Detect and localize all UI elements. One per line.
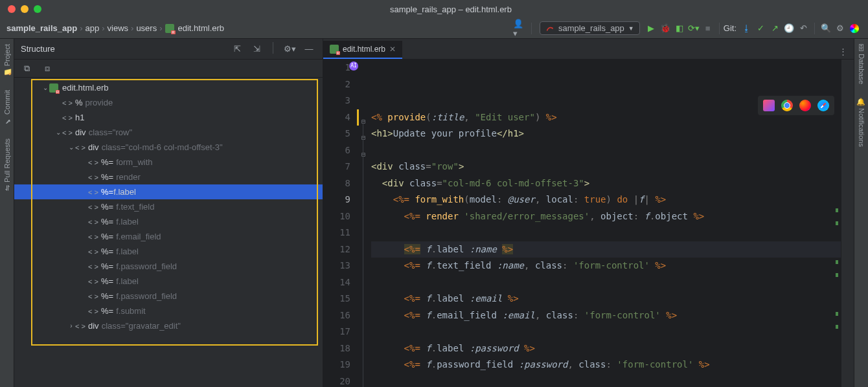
tree-node[interactable]: < >h1	[14, 110, 323, 125]
git-update-button[interactable]: ⭳	[739, 21, 753, 36]
rollback-button[interactable]: ↶	[796, 21, 810, 36]
chevron-right-icon[interactable]: ›	[67, 322, 75, 329]
chevron-right-icon: ›	[102, 23, 104, 33]
tag-icon: < >	[88, 307, 98, 315]
tree-node[interactable]: < >%= f.label	[14, 274, 323, 289]
change-marker	[357, 109, 359, 126]
structure-panel-header: Structure ⇱ ⇲ ⚙▾ —	[14, 39, 323, 60]
chevron-down-icon[interactable]: ⌄	[54, 129, 62, 136]
tree-node[interactable]: < >%= f.password_field	[14, 289, 323, 304]
tag-icon: < >	[88, 159, 98, 166]
code-editor[interactable]: 1AI234567891011121314151617181920 ⊟⊟⊟ <%…	[323, 60, 854, 387]
git-commit-button[interactable]: ✓	[753, 21, 768, 36]
search-button[interactable]: 🔍	[819, 21, 833, 36]
debug-button[interactable]: 🐞	[658, 21, 672, 36]
run-config-label: sample_rails_app	[558, 23, 624, 33]
fold-toggle-icon[interactable]: ⊟	[360, 113, 367, 130]
tree-node[interactable]: ⌄< >divclass="row"	[14, 125, 323, 140]
tag-icon: < >	[62, 114, 73, 122]
editor-tab-active[interactable]: edit.html.erb ✕	[323, 41, 402, 59]
ai-assistant-icon[interactable]: AI	[349, 61, 358, 71]
tree-node[interactable]: < >%= f.label	[14, 184, 323, 199]
close-tab-button[interactable]: ✕	[389, 45, 396, 54]
erb-file-icon	[330, 45, 339, 54]
project-tool-tab[interactable]: 📁Project	[3, 44, 11, 77]
chrome-icon[interactable]	[781, 100, 793, 111]
hide-panel-button[interactable]: —	[302, 42, 316, 56]
settings-button[interactable]: ⚙	[833, 21, 847, 36]
tree-node[interactable]: < >% provide	[14, 95, 323, 110]
close-window-button[interactable]	[8, 5, 16, 13]
tag-icon: < >	[88, 203, 98, 211]
commit-tool-tab[interactable]: ✔Commit	[3, 90, 11, 126]
tab-label: edit.html.erb	[343, 45, 385, 54]
coverage-button[interactable]: ◧	[672, 21, 687, 36]
user-icon[interactable]: 👤▾	[513, 21, 527, 36]
tree-node[interactable]: < >%= f.submit	[14, 304, 323, 318]
tag-icon: < >	[62, 129, 73, 137]
chevron-right-icon: ›	[80, 23, 82, 33]
history-button[interactable]: 🕘	[782, 21, 796, 36]
separator	[719, 23, 720, 34]
expand-all-icon[interactable]: ⇱	[230, 42, 244, 56]
tab-options-button[interactable]: ⋮	[832, 44, 854, 59]
structure-tree[interactable]: ⌄edit.html.erb< >% provide< >h1⌄< >divcl…	[14, 78, 323, 387]
separator	[814, 23, 815, 34]
profile-button[interactable]: ⟳▾	[687, 21, 701, 36]
tag-icon: < >	[75, 144, 86, 151]
tag-icon: < >	[88, 233, 98, 241]
window-title: sample_rails_app – edit.html.erb	[41, 5, 860, 14]
tag-icon: < >	[88, 248, 98, 256]
scroll-from-source-icon[interactable]: ⧈	[40, 61, 54, 76]
scroll-to-source-icon[interactable]: ⧉	[19, 61, 34, 76]
breadcrumb-item[interactable]: views	[108, 23, 129, 33]
tree-node[interactable]: < >%= f.label	[14, 244, 323, 259]
safari-icon[interactable]	[817, 100, 829, 111]
tree-node[interactable]: < >%= f.text_field	[14, 199, 323, 214]
tag-icon: < >	[88, 218, 98, 226]
tree-node[interactable]: < >%= f.email_field	[14, 229, 323, 244]
minimize-window-button[interactable]	[21, 5, 29, 13]
editor-area: edit.html.erb ✕ ⋮ 1AI2345678910111213141…	[323, 39, 854, 387]
chevron-down-icon[interactable]: ⌄	[41, 84, 49, 91]
run-configuration-selector[interactable]: sample_rails_app ▼	[540, 21, 640, 35]
separator	[531, 23, 532, 34]
rails-icon	[545, 24, 554, 33]
breadcrumb-root[interactable]: sample_rails_app	[6, 23, 77, 33]
tree-node[interactable]: < >%= render	[14, 170, 323, 184]
fold-toggle-icon[interactable]: ⊟	[360, 129, 367, 146]
window-titlebar: sample_rails_app – edit.html.erb	[0, 0, 868, 18]
tree-node[interactable]: ›< >divclass="gravatar_edit"	[14, 318, 323, 333]
breadcrumb-item[interactable]: app	[85, 23, 99, 33]
chevron-down-icon: ▼	[628, 25, 634, 32]
git-push-button[interactable]: ↗	[768, 21, 782, 36]
tree-node[interactable]: < >%= form_with	[14, 155, 323, 170]
notifications-tool-tab[interactable]: 🔔Notifications	[857, 97, 865, 147]
breadcrumb[interactable]: sample_rails_app › app › views › users ›…	[6, 23, 224, 33]
tree-node[interactable]: ⌄edit.html.erb	[14, 80, 323, 95]
breadcrumb-item[interactable]: users	[136, 23, 157, 33]
tree-node[interactable]: < >%= f.label	[14, 214, 323, 229]
ide-logo-icon[interactable]	[847, 21, 862, 36]
firefox-icon[interactable]	[799, 100, 811, 111]
database-tool-tab[interactable]: 🗄Database	[858, 44, 865, 84]
chevron-down-icon[interactable]: ⌄	[67, 144, 75, 151]
stop-button[interactable]: ■	[701, 21, 715, 36]
tag-icon: < >	[62, 99, 73, 107]
fold-toggle-icon[interactable]: ⊟	[360, 146, 367, 163]
tree-node[interactable]: ⌄< >divclass="col-md-6 col-md-offset-3"	[14, 140, 323, 155]
error-stripe[interactable]	[841, 60, 854, 387]
separator	[273, 42, 273, 54]
editor-gutter[interactable]: 1AI234567891011121314151617181920	[323, 60, 360, 387]
tag-icon: < >	[88, 173, 98, 181]
tree-node[interactable]: < >%= f.password_field	[14, 259, 323, 274]
chevron-right-icon: ›	[159, 23, 162, 33]
collapse-all-icon[interactable]: ⇲	[249, 42, 264, 56]
maximize-window-button[interactable]	[34, 5, 41, 13]
pull-requests-tool-tab[interactable]: ⇋Pull Requests	[3, 138, 11, 191]
run-button[interactable]: ▶	[644, 21, 658, 36]
rubymine-icon[interactable]	[763, 100, 775, 111]
gear-icon[interactable]: ⚙▾	[282, 42, 297, 56]
breadcrumb-file[interactable]: edit.html.erb	[178, 23, 225, 33]
editor-tabs: edit.html.erb ✕ ⋮	[323, 39, 854, 60]
